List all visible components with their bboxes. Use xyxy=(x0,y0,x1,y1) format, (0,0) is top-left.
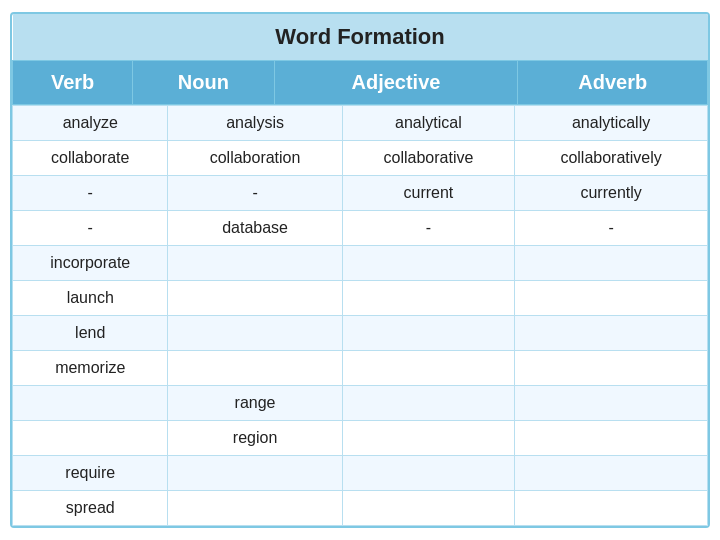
table-cell xyxy=(13,386,168,421)
table-cell: spread xyxy=(13,491,168,526)
table-cell xyxy=(342,386,515,421)
col-header-adjective: Adjective xyxy=(274,61,518,105)
table-row: -database-- xyxy=(13,211,708,246)
table-cell: region xyxy=(168,421,342,456)
table-row: analyzeanalysisanalyticalanalytically xyxy=(13,106,708,141)
table-cell: - xyxy=(13,211,168,246)
table-cell xyxy=(342,316,515,351)
title-row: Word Formation xyxy=(13,14,708,61)
table-cell xyxy=(342,491,515,526)
table-cell xyxy=(168,246,342,281)
table-cell: collaboration xyxy=(168,141,342,176)
table-cell: range xyxy=(168,386,342,421)
table-cell: analysis xyxy=(168,106,342,141)
table-cell xyxy=(515,456,708,491)
table-cell: lend xyxy=(13,316,168,351)
table-title: Word Formation xyxy=(13,14,708,61)
table-row: memorize xyxy=(13,351,708,386)
table-cell xyxy=(342,281,515,316)
col-header-adverb: Adverb xyxy=(518,61,708,105)
table-cell xyxy=(515,316,708,351)
table-cell xyxy=(515,351,708,386)
table-cell xyxy=(168,281,342,316)
table-row: launch xyxy=(13,281,708,316)
table-cell xyxy=(168,456,342,491)
table-cell: require xyxy=(13,456,168,491)
table-row: --currentcurrently xyxy=(13,176,708,211)
table-cell: analytically xyxy=(515,106,708,141)
table-cell: current xyxy=(342,176,515,211)
table-cell xyxy=(168,491,342,526)
table-cell xyxy=(342,456,515,491)
table-cell: database xyxy=(168,211,342,246)
table-row: lend xyxy=(13,316,708,351)
word-formation-table: Word Formation Verb Noun Adjective Adver… xyxy=(10,12,710,528)
table-cell xyxy=(515,281,708,316)
table-cell xyxy=(515,421,708,456)
table-row: spread xyxy=(13,491,708,526)
table-cell: - xyxy=(13,176,168,211)
table-cell xyxy=(342,246,515,281)
table-cell xyxy=(13,421,168,456)
table-cell: - xyxy=(342,211,515,246)
table-cell xyxy=(515,491,708,526)
table-cell: - xyxy=(168,176,342,211)
table-row: region xyxy=(13,421,708,456)
table-cell xyxy=(168,351,342,386)
table-cell xyxy=(342,421,515,456)
table-cell: memorize xyxy=(13,351,168,386)
table-row: collaboratecollaborationcollaborativecol… xyxy=(13,141,708,176)
col-header-noun: Noun xyxy=(133,61,274,105)
table-row: require xyxy=(13,456,708,491)
table-cell: analytical xyxy=(342,106,515,141)
table-cell xyxy=(168,316,342,351)
table-cell: collaborate xyxy=(13,141,168,176)
table-row: incorporate xyxy=(13,246,708,281)
header-row: Verb Noun Adjective Adverb xyxy=(13,61,708,105)
table-cell: incorporate xyxy=(13,246,168,281)
table-row: range xyxy=(13,386,708,421)
table-cell: analyze xyxy=(13,106,168,141)
table-cell: launch xyxy=(13,281,168,316)
table-cell xyxy=(515,386,708,421)
table-cell: collaboratively xyxy=(515,141,708,176)
table-cell xyxy=(515,246,708,281)
table-cell: currently xyxy=(515,176,708,211)
table-cell: - xyxy=(515,211,708,246)
table-cell xyxy=(342,351,515,386)
col-header-verb: Verb xyxy=(13,61,133,105)
table-cell: collaborative xyxy=(342,141,515,176)
